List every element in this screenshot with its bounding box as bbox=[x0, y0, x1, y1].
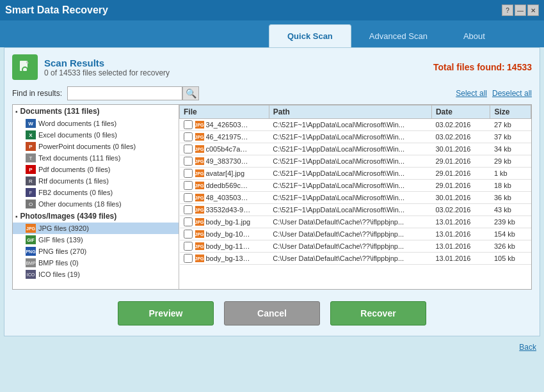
row-checkbox[interactable] bbox=[184, 169, 193, 178]
tree-panel: ▪ Documents (131 files) W Word documents… bbox=[13, 105, 179, 289]
file-name: c005b4c7a541... bbox=[206, 145, 251, 153]
find-label: Find in results: bbox=[12, 89, 62, 98]
row-checkbox[interactable] bbox=[184, 157, 193, 166]
file-cell: JPG 48_403503Plac... bbox=[180, 192, 269, 204]
file-size: 36 kb bbox=[490, 192, 531, 204]
row-checkbox[interactable] bbox=[184, 181, 193, 190]
tree-item-other-docs[interactable]: O Other documents (18 files) bbox=[13, 198, 179, 210]
tree-item-excel[interactable]: X Excel documents (0 files) bbox=[13, 129, 179, 141]
tree-group-documents-header[interactable]: ▪ Documents (131 files) bbox=[13, 105, 179, 118]
tab-about[interactable]: About bbox=[445, 24, 503, 47]
row-checkbox[interactable] bbox=[184, 217, 193, 226]
row-checkbox[interactable] bbox=[184, 242, 193, 251]
file-name: body_bg-11.j... bbox=[206, 242, 251, 250]
tab-quick-scan[interactable]: Quick Scan bbox=[269, 24, 351, 47]
row-checkbox[interactable] bbox=[184, 205, 193, 214]
table-row[interactable]: JPG ddedb569ca3... C:\521F~1\AppData\Loc… bbox=[180, 180, 531, 192]
file-type-icon: JPG bbox=[195, 230, 204, 238]
help-button[interactable]: ? bbox=[502, 4, 513, 16]
file-name: 34_426503Writ... bbox=[206, 121, 251, 129]
file-type-icon: JPG bbox=[195, 133, 204, 141]
gif-icon: GIF bbox=[26, 235, 36, 244]
file-cell: JPG 33532d43-999... bbox=[180, 204, 269, 216]
expand-photos-icon: ▪ bbox=[15, 213, 18, 220]
file-path: C:\521F~1\AppData\Local\Microsoft\Win... bbox=[269, 131, 431, 143]
preview-button[interactable]: Preview bbox=[118, 301, 214, 325]
table-row[interactable]: JPG 46_421975My... C:\521F~1\AppData\Loc… bbox=[180, 131, 531, 143]
file-path: C:\User Data\Default\Cache\??\iflppbjnp.… bbox=[269, 228, 431, 240]
row-checkbox[interactable] bbox=[184, 193, 193, 202]
find-input[interactable] bbox=[67, 86, 182, 100]
table-row[interactable]: JPG body_bg-11.j... C:\User Data\Default… bbox=[180, 240, 531, 253]
cancel-button[interactable]: Cancel bbox=[224, 301, 320, 325]
file-size: 27 kb bbox=[490, 119, 531, 131]
col-header-file: File bbox=[180, 106, 269, 119]
tree-group-documents: ▪ Documents (131 files) W Word documents… bbox=[13, 105, 179, 210]
tree-item-txt[interactable]: T Text documents (111 files) bbox=[13, 152, 179, 164]
tree-item-ppt[interactable]: P PowerPoint documents (0 files) bbox=[13, 141, 179, 152]
file-type-icon: JPG bbox=[195, 255, 204, 262]
file-path: C:\521F~1\AppData\Local\Microsoft\Win... bbox=[269, 119, 431, 131]
txt-icon: T bbox=[26, 153, 36, 162]
deselect-all-link[interactable]: Deselect all bbox=[492, 89, 532, 98]
scan-results-text: Scan Results 0 of 14533 files selected f… bbox=[44, 58, 170, 77]
row-checkbox[interactable] bbox=[184, 254, 193, 263]
file-size: 154 kb bbox=[490, 228, 531, 240]
table-row[interactable]: JPG c005b4c7a541... C:\521F~1\AppData\Lo… bbox=[180, 143, 531, 155]
tree-group-photos: ▪ Photos/Images (4349 files) JPG JPG fil… bbox=[13, 210, 179, 280]
bmp-icon: BMP bbox=[26, 258, 36, 267]
tree-item-word[interactable]: W Word documents (1 files) bbox=[13, 118, 179, 129]
table-row[interactable]: JPG 33532d43-999... C:\521F~1\AppData\Lo… bbox=[180, 204, 531, 216]
tree-item-gif[interactable]: GIF GIF files (139) bbox=[13, 234, 179, 246]
file-cell: JPG 49_383730Deal... bbox=[180, 155, 269, 168]
back-link[interactable]: Back bbox=[519, 343, 536, 352]
row-checkbox[interactable] bbox=[184, 120, 193, 129]
minimize-button[interactable]: — bbox=[515, 4, 526, 16]
total-files: Total files found: 14533 bbox=[433, 62, 532, 72]
file-path: C:\521F~1\AppData\Local\Microsoft\Win... bbox=[269, 180, 431, 192]
tree-item-png[interactable]: PNG PNG files (270) bbox=[13, 246, 179, 257]
file-type-icon: JPG bbox=[195, 121, 204, 129]
find-row: Find in results: 🔍 Select all Deselect a… bbox=[12, 86, 532, 100]
table-row[interactable]: JPG avatar[4].jpg C:\521F~1\AppData\Loca… bbox=[180, 168, 531, 180]
tree-group-photos-header[interactable]: ▪ Photos/Images (4349 files) bbox=[13, 210, 179, 223]
close-button[interactable]: ✕ bbox=[527, 4, 539, 16]
table-row[interactable]: JPG 49_383730Deal... C:\521F~1\AppData\L… bbox=[180, 155, 531, 168]
row-checkbox[interactable] bbox=[184, 230, 193, 239]
tree-item-rtf[interactable]: R Rtf documents (1 files) bbox=[13, 175, 179, 187]
tab-advanced-scan[interactable]: Advanced Scan bbox=[351, 24, 445, 47]
file-cell: JPG body_bg-11.j... bbox=[180, 240, 269, 253]
col-header-path: Path bbox=[269, 106, 431, 119]
total-count: 14533 bbox=[507, 62, 532, 72]
find-search-button[interactable]: 🔍 bbox=[182, 86, 199, 100]
tree-item-bmp[interactable]: BMP BMP files (0) bbox=[13, 257, 179, 269]
tree-item-jpg[interactable]: JPG JPG files (3920) bbox=[13, 223, 179, 234]
tree-item-pdf[interactable]: P Pdf documents (0 files) bbox=[13, 164, 179, 175]
file-list[interactable]: File Path Date Size JPG 34_426503Writ...… bbox=[179, 105, 531, 289]
file-name: body_bg-13.j... bbox=[206, 255, 251, 262]
recover-button[interactable]: Recover bbox=[330, 301, 426, 325]
fb2-icon: F bbox=[26, 188, 36, 197]
file-path: C:\521F~1\AppData\Local\Microsoft\Win... bbox=[269, 168, 431, 180]
select-links: Select all Deselect all bbox=[456, 89, 532, 98]
select-all-link[interactable]: Select all bbox=[456, 89, 487, 98]
table-row[interactable]: JPG 48_403503Plac... C:\521F~1\AppData\L… bbox=[180, 192, 531, 204]
row-checkbox[interactable] bbox=[184, 145, 193, 153]
file-date: 13.01.2016 bbox=[431, 216, 490, 228]
png-icon: PNG bbox=[26, 247, 36, 256]
row-checkbox[interactable] bbox=[184, 132, 193, 141]
col-header-date: Date bbox=[431, 106, 490, 119]
jpg-icon: JPG bbox=[26, 224, 36, 233]
button-row: Preview Cancel Recover bbox=[12, 297, 532, 329]
table-row[interactable]: JPG 34_426503Writ... C:\521F~1\AppData\L… bbox=[180, 119, 531, 131]
file-type-icon: JPG bbox=[195, 169, 204, 177]
other-docs-icon: O bbox=[26, 200, 36, 208]
file-date: 03.02.2016 bbox=[431, 119, 490, 131]
table-row[interactable]: JPG body_bg-10.j... C:\User Data\Default… bbox=[180, 228, 531, 240]
file-name: ddedb569ca3... bbox=[206, 182, 251, 189]
tree-item-ico[interactable]: ICO ICO files (19) bbox=[13, 269, 179, 280]
table-row[interactable]: JPG body_bg-13.j... C:\User Data\Default… bbox=[180, 253, 531, 265]
tree-item-fb2[interactable]: F FB2 documents (0 files) bbox=[13, 187, 179, 198]
table-row[interactable]: JPG body_bg-1.jpg C:\User Data\Default\C… bbox=[180, 216, 531, 228]
file-scan-icon bbox=[17, 59, 33, 75]
